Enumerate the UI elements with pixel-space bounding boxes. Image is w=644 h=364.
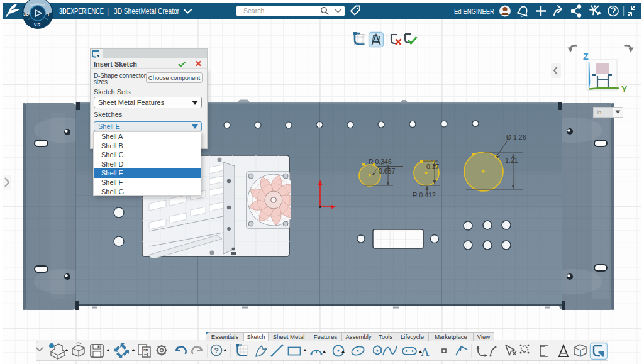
svg-text:I: I [48,12,49,16]
svg-text:R 0.412: R 0.412 [413,191,436,199]
svg-text:|: | [107,7,109,16]
svg-text:3D SheetMetal Creator: 3D SheetMetal Creator [114,7,179,16]
svg-text:3DEXPERIENCE: 3DEXPERIENCE [59,7,104,16]
svg-text:V.R: V.R [34,23,41,27]
svg-text:3D: 3D [143,348,148,352]
svg-text:Ø 1.26: Ø 1.26 [506,133,526,141]
svg-text:R 0.346: R 0.346 [369,158,392,165]
svg-text:0.657: 0.657 [379,167,395,175]
svg-text:Ed ENGINEER: Ed ENGINEER [454,8,494,15]
svg-text:?: ? [214,346,219,355]
svg-text:Y: Y [621,84,628,94]
svg-text:3D: 3D [23,12,29,16]
svg-text:in: in [597,109,601,116]
svg-text:A: A [421,345,430,358]
svg-text:Z: Z [583,52,589,62]
svg-text:1.21: 1.21 [505,157,518,164]
svg-text:0.17: 0.17 [426,163,440,170]
